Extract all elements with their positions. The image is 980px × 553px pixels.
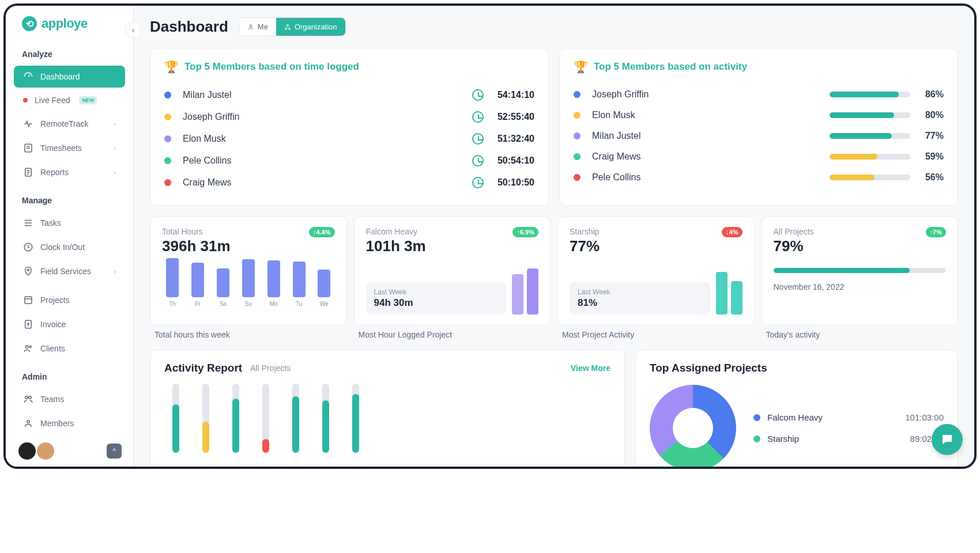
page-title: Dashboard	[150, 18, 228, 36]
scope-toggle: Me Organization	[239, 17, 346, 36]
color-dot-icon	[574, 132, 581, 139]
nav-teams[interactable]: Teams	[14, 388, 125, 410]
invoice-icon	[23, 319, 33, 329]
svg-point-8	[25, 396, 28, 399]
avatar[interactable]	[36, 441, 55, 461]
delta-badge: ↓4%	[722, 227, 742, 237]
nav-label: Live Feed	[35, 96, 70, 105]
color-dot-icon	[574, 91, 581, 98]
member-name: Elon Musk	[592, 110, 635, 120]
legend-item: Starship 89:02:04	[753, 428, 944, 449]
date-label: November 16, 2022	[774, 282, 947, 291]
nav-members[interactable]: Members	[14, 412, 125, 434]
stat-value: 79%	[774, 237, 814, 255]
nav-remote-track[interactable]: RemoteTrack ›	[14, 113, 125, 135]
svg-point-10	[27, 421, 30, 423]
trophy-icon: 🏆	[164, 60, 179, 74]
nav-field-services[interactable]: Field Services ›	[14, 260, 125, 282]
activity-column	[322, 384, 329, 453]
nav-label: Invoice	[40, 320, 66, 329]
member-row: Pele Collins 50:54:10	[164, 150, 534, 172]
time-value: 51:32:40	[491, 134, 534, 144]
chevron-right-icon: ›	[114, 169, 116, 176]
svg-point-6	[26, 346, 29, 349]
toggle-me[interactable]: Me	[239, 18, 276, 36]
view-more-link[interactable]: View More	[571, 363, 610, 373]
timesheet-icon	[23, 143, 33, 153]
member-row: Elon Musk 51:32:40	[164, 128, 534, 150]
member-row: Craig Mews 50:10:50	[164, 172, 534, 194]
day-label: Tu	[296, 301, 302, 307]
top-projects-card: Top Assigned Projects Falcom Heavy 101:0…	[635, 350, 958, 467]
sidebar-collapse-button[interactable]: ‹	[125, 22, 141, 38]
bar-fill	[322, 400, 329, 453]
day-label: Su	[245, 301, 252, 307]
member-name: Craig Mews	[592, 151, 640, 162]
member-row: Joseph Griffin 86%	[574, 84, 944, 105]
color-dot-icon	[574, 153, 581, 160]
subtitle: All Projects	[250, 363, 291, 373]
project-name: Falcom Heavy	[767, 412, 823, 422]
nav-label: Clients	[40, 344, 65, 353]
member-name: Pele Collins	[592, 172, 640, 183]
stat-top-project: Falcom Heavy 101h 3m ↑6.9% Last Week 94h…	[354, 216, 551, 325]
caption: Most Project Activity	[557, 330, 755, 339]
activity-bar	[830, 133, 910, 139]
day-bar: Fr	[187, 263, 208, 307]
stat-label: All Projects	[774, 227, 814, 236]
nav-clock[interactable]: Clock In/Out	[14, 236, 125, 258]
member-name: Elon Musk	[183, 134, 226, 144]
day-bar: Tu	[289, 262, 310, 307]
stat-label: Starship	[570, 227, 600, 236]
delta-badge: ↑4.4%	[309, 227, 335, 237]
nav-label: Tasks	[40, 218, 61, 228]
color-dot-icon	[164, 92, 171, 99]
stat-most-activity: Starship 77% ↓4% Last Week 81%	[557, 216, 755, 325]
chat-button[interactable]	[932, 424, 963, 455]
section-analyze: Analyze	[6, 38, 133, 65]
nav-label: Reports	[40, 168, 69, 177]
projects-icon	[23, 295, 33, 305]
chevron-right-icon: ›	[114, 120, 116, 127]
report-icon	[23, 167, 33, 177]
activity-pct: 77%	[919, 131, 944, 141]
last-week-value: 81%	[578, 297, 702, 309]
clock-icon	[472, 177, 484, 188]
bar-icon	[217, 268, 229, 297]
section-title: Top Assigned Projects	[650, 362, 944, 374]
nav-invoice[interactable]: Invoice	[14, 313, 125, 335]
svg-point-12	[287, 24, 288, 26]
nav-reports[interactable]: Reports ›	[14, 161, 125, 183]
member-row: Craig Mews 59%	[574, 146, 944, 167]
bar-fill	[202, 422, 209, 453]
clock-icon	[472, 89, 484, 101]
time-value: 50:54:10	[491, 156, 534, 166]
nav-label: Clock In/Out	[40, 243, 85, 252]
nav-tasks[interactable]: Tasks	[14, 212, 125, 234]
nav-dashboard[interactable]: Dashboard	[14, 66, 125, 88]
activity-bar	[830, 175, 910, 180]
toggle-organization[interactable]: Organization	[276, 18, 345, 36]
card-title: 🏆 Top 5 Members based on activity	[574, 60, 944, 74]
nav-live-feed[interactable]: Live Feed NEW	[14, 90, 125, 111]
activity-column	[292, 384, 299, 453]
main-content: Dashboard Me Organization 🏆 Top 5 Member…	[134, 6, 974, 467]
top-activity-card: 🏆 Top 5 Members based on activity Joseph…	[559, 48, 958, 206]
org-icon	[284, 24, 291, 31]
stat-value: 77%	[570, 237, 600, 255]
new-badge: NEW	[79, 96, 97, 104]
scroll-up-button[interactable]: ^	[107, 444, 122, 459]
stat-value: 101h 3m	[366, 237, 426, 255]
nav-timesheets[interactable]: Timesheets ›	[14, 137, 125, 159]
nav-clients[interactable]: Clients	[14, 338, 125, 359]
progress-bar	[774, 268, 947, 273]
nav-label: Field Services	[40, 267, 91, 276]
clients-icon	[23, 343, 33, 354]
nav-projects[interactable]: Projects	[14, 289, 125, 311]
activity-column	[172, 384, 179, 453]
chevron-right-icon: ›	[114, 268, 116, 275]
gauge-icon	[23, 71, 33, 82]
avatar[interactable]	[17, 441, 37, 461]
nav-label: Timesheets	[40, 143, 82, 153]
member-row: Elon Musk 80%	[574, 105, 944, 126]
